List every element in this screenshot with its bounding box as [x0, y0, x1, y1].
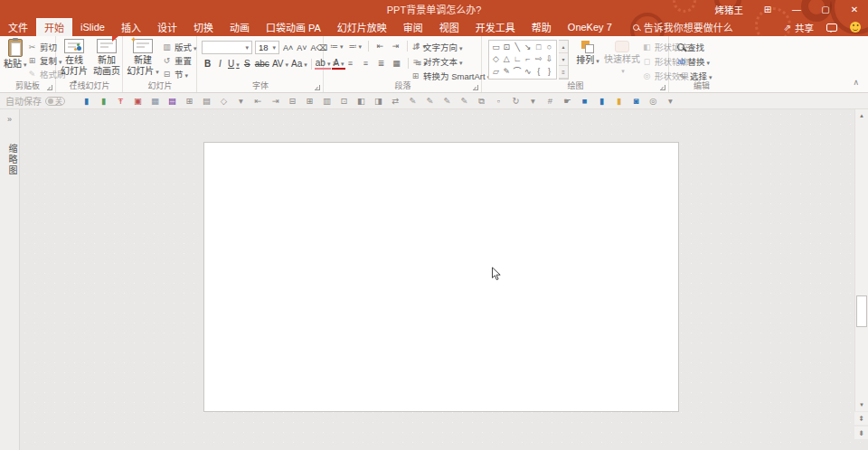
- qat-red-border-box-icon[interactable]: ▣: [129, 93, 146, 109]
- paragraph-numbering-button[interactable]: ≕: [348, 42, 363, 51]
- shape-icon[interactable]: ◇: [491, 55, 501, 63]
- slide-canvas[interactable]: [203, 142, 679, 412]
- qat-flip-horizontal-icon[interactable]: ◧: [353, 93, 370, 109]
- tab-OneKey 7[interactable]: OneKey 7: [560, 18, 620, 36]
- tell-me-search[interactable]: 告诉我你想要做什么: [633, 18, 733, 36]
- font-bold-button[interactable]: B: [202, 59, 213, 69]
- expand-thumbnails-icon[interactable]: »: [0, 115, 19, 124]
- qat-flip-vertical-icon[interactable]: ◨: [370, 93, 387, 109]
- qat-select-hand-icon[interactable]: ☛: [559, 93, 576, 109]
- editing-replace[interactable]: ab替换: [677, 54, 712, 69]
- shape-icon[interactable]: ⌐: [523, 55, 533, 63]
- tab-幻灯片放映[interactable]: 幻灯片放映: [329, 18, 395, 36]
- paragraph-distribute-button[interactable]: ▦: [391, 59, 402, 68]
- tab-插入[interactable]: 插入: [113, 18, 149, 36]
- font-underline-button[interactable]: U: [227, 59, 241, 69]
- vertical-scrollbar[interactable]: ▲ ▼: [854, 109, 868, 411]
- shape-icon[interactable]: ⇩: [544, 55, 554, 63]
- qat-pen-1-icon[interactable]: ✎: [404, 93, 421, 109]
- paragraph-increase-indent-button[interactable]: ⇥: [390, 42, 401, 51]
- shape-icon[interactable]: ⌒: [513, 68, 523, 76]
- arrange-button[interactable]: 排列: [573, 41, 602, 66]
- shape-icon[interactable]: }: [544, 68, 554, 76]
- shape-icon[interactable]: ∟: [513, 55, 523, 63]
- qat-placeholder-blue-icon[interactable]: ▮: [78, 93, 95, 109]
- qat-rotate-icon[interactable]: ↻: [507, 93, 524, 109]
- font-dialog-launcher-icon[interactable]: [315, 85, 320, 90]
- qat-lock-icon[interactable]: ◙: [627, 93, 645, 109]
- shape-gallery-scroll[interactable]: ▴▾≡: [559, 40, 569, 80]
- qat-blue-bar-icon[interactable]: ▮: [593, 93, 610, 109]
- ribbon-display-options-icon[interactable]: ⊞: [754, 0, 781, 18]
- shape-icon[interactable]: ↘: [523, 43, 533, 52]
- qat-swap-icon[interactable]: ⇄: [387, 93, 404, 109]
- qat-placeholder-green-icon[interactable]: ▮: [95, 93, 112, 109]
- shape-icon[interactable]: ○: [544, 43, 554, 52]
- qat-chart-icon[interactable]: ▥: [318, 93, 335, 109]
- paragraph-dialog-launcher-icon[interactable]: [473, 85, 478, 90]
- qat-align-middle-red-icon[interactable]: Ŧ: [112, 93, 129, 109]
- font-change-case-button[interactable]: Aa: [290, 59, 308, 69]
- shape-icon[interactable]: {: [533, 68, 543, 76]
- paragraph-justify-button[interactable]: ≣: [375, 59, 387, 68]
- qat-shape-insert-icon[interactable]: ◇: [215, 93, 232, 109]
- qat-table-box-icon[interactable]: ▦: [146, 93, 164, 109]
- shape-icon[interactable]: □: [533, 43, 543, 52]
- maximize-icon[interactable]: ▢: [812, 0, 839, 18]
- font-size-combo[interactable]: 18▾: [255, 41, 279, 54]
- paragraph-align-right-button[interactable]: ≡: [360, 59, 372, 68]
- gallery-more-icon[interactable]: ≡: [559, 66, 568, 79]
- new-slide-button[interactable]: ✦ 新建幻灯片: [127, 39, 159, 76]
- clipboard-dialog-launcher-icon[interactable]: [47, 85, 52, 90]
- feedback-smiley-icon[interactable]: [850, 22, 861, 33]
- thumbnail-pane-collapsed[interactable]: » 缩略图: [0, 109, 20, 450]
- qat-align-left-objects-icon[interactable]: ⇤: [250, 93, 267, 109]
- previous-slide-button[interactable]: ⇞: [854, 412, 868, 425]
- font-character-spacing-button[interactable]: AV: [271, 59, 289, 69]
- qat-pen-4-icon[interactable]: ✎: [456, 93, 473, 109]
- user-account[interactable]: 烤猪王: [715, 3, 744, 16]
- qat-distribute-horizontal-icon[interactable]: ⊟: [284, 93, 301, 109]
- grow-font-button[interactable]: A˄: [282, 43, 294, 52]
- qat-pen-3-icon[interactable]: ✎: [439, 93, 456, 109]
- paragraph-text-direction[interactable]: ⇵文字方向: [410, 40, 490, 54]
- font-strikethrough-button[interactable]: S: [241, 59, 253, 69]
- slides-layout[interactable]: ▥版式: [162, 40, 197, 53]
- scroll-up-icon[interactable]: ▲: [855, 109, 868, 122]
- qat-align-right-objects-icon[interactable]: ⇥: [267, 93, 284, 109]
- paragraph-bullets-button[interactable]: ≔: [329, 42, 344, 51]
- paragraph-align-left-button[interactable]: ≡: [329, 59, 341, 68]
- scrollbar-thumb[interactable]: [856, 295, 867, 327]
- shape-icon[interactable]: ✎: [502, 68, 512, 76]
- qat-print-icon[interactable]: ⊡: [335, 93, 353, 109]
- tab-视图[interactable]: 视图: [431, 18, 467, 36]
- shape-gallery[interactable]: ▭⊡╲↘□○◇△∟⌐⇨⇩▱✎⌒∿{}: [488, 40, 557, 80]
- shape-icon[interactable]: ▱: [491, 68, 501, 76]
- new-animation-page-button[interactable]: 新加动画页: [91, 39, 122, 76]
- tab-帮助[interactable]: 帮助: [524, 18, 560, 36]
- tab-设计[interactable]: 设计: [149, 18, 185, 36]
- qat-paste-object-icon[interactable]: ▫: [490, 93, 507, 109]
- qat-dropdown-icon[interactable]: ▾: [232, 93, 250, 109]
- qat-grid-icon[interactable]: #: [542, 93, 559, 109]
- collapse-ribbon-icon[interactable]: ∧: [853, 78, 859, 87]
- editing-find[interactable]: 查找: [677, 40, 712, 54]
- qat-copy-object-icon[interactable]: ⧉: [473, 93, 490, 109]
- qat-yellow-bar-icon[interactable]: ▮: [610, 93, 627, 109]
- tab-口袋动画 PA[interactable]: 口袋动画 PA: [258, 18, 329, 36]
- gallery-scroll-down-icon[interactable]: ▾: [559, 53, 568, 66]
- tab-动画[interactable]: 动画: [222, 18, 258, 36]
- tab-开发工具[interactable]: 开发工具: [467, 18, 524, 36]
- font-name-combo[interactable]: ▾: [202, 41, 252, 54]
- close-icon[interactable]: ✕: [841, 0, 868, 18]
- shape-icon[interactable]: ╲: [513, 43, 523, 52]
- qat-slide-layout-icon[interactable]: ▤: [198, 93, 215, 109]
- qat-rotate-dropdown-icon[interactable]: ▾: [524, 93, 542, 109]
- tab-file[interactable]: 文件: [0, 18, 36, 36]
- shape-icon[interactable]: △: [502, 55, 512, 63]
- gallery-scroll-up-icon[interactable]: ▴: [559, 41, 568, 53]
- comments-icon[interactable]: [826, 23, 837, 32]
- tab-iSlide[interactable]: iSlide: [72, 18, 113, 36]
- next-slide-button[interactable]: ⇟: [854, 427, 868, 439]
- qat-unlock-icon[interactable]: ◎: [645, 93, 662, 109]
